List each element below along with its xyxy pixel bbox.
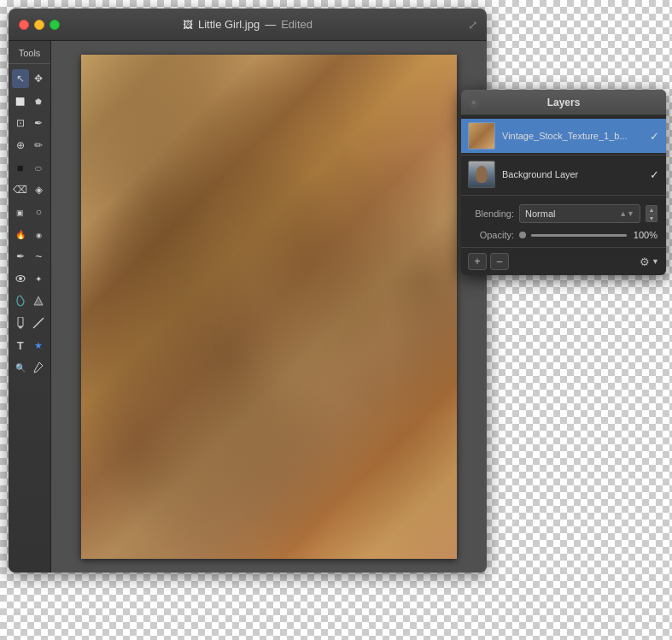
opacity-slider-container (519, 232, 627, 238)
gradient-tool[interactable] (12, 203, 29, 221)
zoom-tool[interactable] (12, 358, 29, 377)
add-layer-button[interactable]: + (468, 253, 487, 270)
layer-name-background: Background Layer (502, 169, 643, 179)
dodge-tool[interactable] (31, 203, 48, 221)
tool-row-eye (9, 267, 50, 290)
svg-rect-3 (18, 317, 23, 326)
traffic-lights (19, 20, 60, 30)
layer-item-background[interactable]: Background Layer ✓ (461, 157, 666, 191)
gradient-icon (16, 206, 24, 218)
arrow-tool[interactable] (12, 69, 29, 88)
document-name: Little Girl.jpg (198, 18, 260, 31)
brush-icon (34, 139, 43, 151)
line-tool[interactable] (31, 314, 48, 332)
tool-row-color (9, 156, 50, 179)
brush-tool[interactable] (31, 136, 48, 155)
tool-row-droplet (9, 290, 50, 312)
layer-name-texture: Vintage_Stock_Texture_1_b... (502, 131, 643, 141)
remove-layer-button[interactable]: – (490, 253, 509, 270)
layers-toolbar: + – ⚙ ▼ (461, 247, 666, 275)
fill-tool[interactable] (31, 180, 48, 199)
canvas-image (81, 55, 457, 559)
stamp-tool[interactable] (31, 158, 48, 177)
dodge-icon (36, 206, 42, 218)
canvas-texture2 (81, 55, 457, 559)
star-icon (34, 339, 43, 351)
eye-icon (15, 273, 26, 285)
triangle-tool[interactable] (31, 291, 48, 310)
title-bar: 🖼 Little Girl.jpg — Edited ⤢ (9, 9, 487, 41)
opacity-label: Opacity: (470, 230, 514, 240)
blend-stepper: ▲ ▼ (646, 205, 657, 222)
pen-tool[interactable] (12, 247, 29, 266)
opacity-value: 100% (632, 230, 657, 240)
smudge-tool[interactable] (31, 247, 48, 266)
layers-panel: × Layers Vintage_Stock_Texture_1_b... ✓ … (461, 90, 666, 275)
layer-item-texture[interactable]: Vintage_Stock_Texture_1_b... ✓ (461, 119, 666, 153)
layer-settings-button[interactable]: ⚙ ▼ (640, 255, 659, 268)
layer-thumb-texture-fill (469, 123, 494, 149)
lasso-tool[interactable] (31, 91, 48, 110)
layer-thumb-texture (468, 122, 495, 150)
pencil-tool[interactable] (12, 314, 29, 332)
arrow-icon (16, 73, 25, 85)
blend-stepper-up[interactable]: ▲ (646, 205, 657, 214)
droplet-icon (15, 295, 26, 307)
edited-badge: Edited (281, 18, 313, 31)
fg-color-swatch[interactable] (12, 158, 29, 177)
layer-visibility-texture[interactable]: ✓ (650, 130, 659, 143)
text-tool[interactable] (12, 336, 29, 355)
blur-tool[interactable] (31, 225, 48, 244)
fg-color-icon (17, 161, 24, 174)
smudge-icon (35, 250, 42, 263)
eye-tool[interactable] (12, 269, 29, 288)
layers-list: Vintage_Stock_Texture_1_b... ✓ Backgroun… (461, 115, 666, 195)
move-icon (34, 73, 43, 85)
color-pick-tool[interactable] (31, 358, 48, 377)
svg-marker-4 (18, 326, 23, 329)
eraser-icon (13, 184, 27, 196)
blend-mode-select[interactable]: Normal ▲▼ (519, 204, 640, 223)
layers-close-button[interactable]: × (468, 97, 480, 109)
add-layer-icon: + (474, 255, 480, 267)
layer-thumb-background (468, 161, 495, 188)
svg-line-5 (33, 318, 44, 328)
close-button[interactable] (19, 20, 29, 30)
droplet-tool[interactable] (12, 291, 29, 310)
eraser-tool[interactable] (12, 180, 29, 199)
tool-row-pencil (9, 312, 50, 334)
tool-row-gradient (9, 201, 50, 223)
flame-icon (15, 228, 26, 240)
blending-label: Blending: (470, 208, 514, 219)
tool-row-3 (9, 112, 50, 134)
blend-stepper-down[interactable]: ▼ (646, 214, 657, 222)
lasso-icon (35, 95, 42, 107)
star-tool[interactable] (31, 336, 48, 355)
flame-tool[interactable] (12, 225, 29, 244)
line-icon (32, 317, 44, 329)
maximize-button[interactable] (50, 20, 60, 30)
triangle-icon (33, 296, 44, 306)
gear-dropdown-arrow: ▼ (652, 257, 659, 266)
minimize-button[interactable] (34, 20, 44, 30)
fullscreen-button[interactable]: ⤢ (468, 18, 478, 32)
opacity-track[interactable] (531, 234, 627, 237)
layer-visibility-background[interactable]: ✓ (650, 168, 659, 181)
heal-icon (16, 139, 25, 151)
pencil-icon (15, 317, 26, 329)
canvas-area (51, 41, 487, 572)
layers-titlebar: × Layers (461, 90, 666, 115)
rect-select-tool[interactable] (12, 91, 29, 110)
layers-divider (461, 155, 666, 156)
eyedrop-tool[interactable] (31, 114, 48, 132)
blend-mode-arrow: ▲▼ (619, 209, 634, 218)
pen-icon (16, 250, 25, 262)
layer-controls: Blending: Normal ▲▼ ▲ ▼ Opacity: 100% (461, 195, 666, 247)
heal-tool[interactable] (12, 136, 29, 155)
opacity-slider-handle[interactable] (519, 232, 526, 238)
eyedrop-icon (34, 117, 43, 129)
document-icon: 🖼 (183, 19, 193, 31)
magic-tool[interactable] (31, 269, 48, 288)
move-tool[interactable] (31, 69, 48, 88)
crop-tool[interactable] (12, 114, 29, 132)
